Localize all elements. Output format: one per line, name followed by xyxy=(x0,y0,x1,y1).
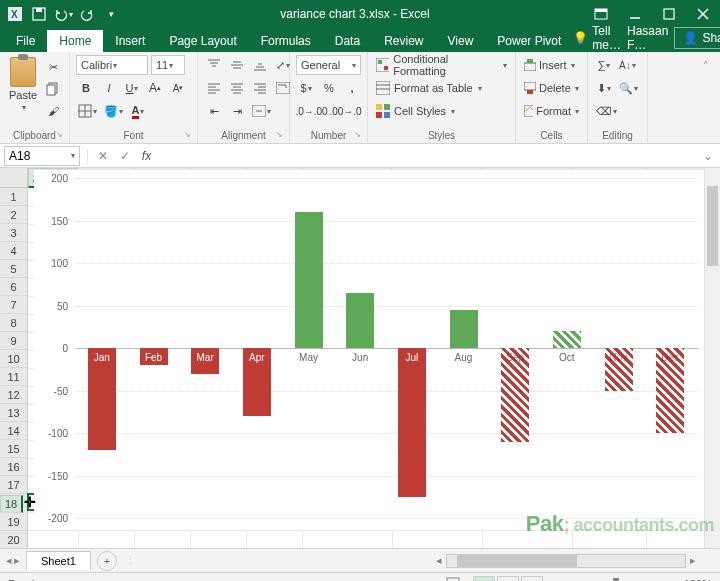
row-header[interactable]: 7 xyxy=(0,296,27,314)
row-header[interactable]: 20 xyxy=(0,531,27,548)
cut-button[interactable]: ✂ xyxy=(43,57,63,77)
align-left-button[interactable] xyxy=(204,78,224,98)
scroll-right-icon[interactable]: ▸ xyxy=(686,554,700,568)
share-button[interactable]: 👤Share xyxy=(674,27,720,49)
chart-bar[interactable] xyxy=(450,310,478,348)
horizontal-scrollbar[interactable] xyxy=(446,554,686,568)
number-format-select[interactable]: General▾ xyxy=(296,55,361,75)
qat-customize-icon[interactable]: ▾ xyxy=(100,3,122,25)
font-name-select[interactable]: Calibri▾ xyxy=(76,55,148,75)
select-all-corner[interactable] xyxy=(0,168,28,187)
chart-bar[interactable] xyxy=(398,348,426,497)
formula-input[interactable] xyxy=(158,146,701,166)
save-icon[interactable] xyxy=(28,3,50,25)
tab-page-layout[interactable]: Page Layout xyxy=(157,30,248,52)
collapse-ribbon-icon[interactable]: ˄ xyxy=(696,56,716,76)
normal-view-button[interactable]: ▦ xyxy=(473,576,495,582)
zoom-out-button[interactable]: − xyxy=(553,578,559,582)
excel-app-icon[interactable]: X xyxy=(4,3,26,25)
row-header[interactable]: 19 xyxy=(0,513,27,531)
page-break-view-button[interactable]: ▭ xyxy=(521,576,543,582)
row-header[interactable]: 11 xyxy=(0,368,27,386)
dialog-launcher-icon[interactable]: ↘ xyxy=(354,130,361,139)
find-select-button[interactable]: 🔍▾ xyxy=(617,78,640,98)
row-header[interactable]: 3 xyxy=(0,224,27,242)
chart-bar[interactable] xyxy=(346,293,374,348)
clear-button[interactable]: ⌫▾ xyxy=(594,101,619,121)
dialog-launcher-icon[interactable]: ↘ xyxy=(56,130,63,139)
comma-format-button[interactable]: , xyxy=(342,78,362,98)
chart-bar[interactable] xyxy=(88,348,116,450)
tab-review[interactable]: Review xyxy=(372,30,435,52)
row-header[interactable]: 16 xyxy=(0,458,27,476)
redo-icon[interactable] xyxy=(76,3,98,25)
row-header[interactable]: 2 xyxy=(0,206,27,224)
new-sheet-button[interactable]: + xyxy=(97,551,117,571)
row-header[interactable]: 18 xyxy=(0,495,23,513)
row-header[interactable]: 6 xyxy=(0,278,27,296)
row-header[interactable]: 10 xyxy=(0,350,27,368)
vertical-scrollbar[interactable] xyxy=(704,168,720,548)
account-name[interactable]: Hasaan F… xyxy=(627,24,668,52)
undo-icon[interactable]: ▾ xyxy=(52,3,74,25)
macro-record-icon[interactable] xyxy=(443,574,463,582)
name-box[interactable]: A18▾ xyxy=(4,146,80,166)
embedded-chart[interactable]: -200-150-100-50050100150200 JanFebMarApr… xyxy=(34,170,704,530)
increase-indent-button[interactable]: ⇥ xyxy=(227,101,247,121)
align-top-button[interactable] xyxy=(204,55,224,75)
percent-format-button[interactable]: % xyxy=(319,78,339,98)
zoom-level[interactable]: 100% xyxy=(684,578,712,582)
chart-bar[interactable] xyxy=(553,331,581,348)
accounting-format-button[interactable]: $▾ xyxy=(296,78,316,98)
underline-button[interactable]: U▾ xyxy=(122,78,142,98)
zoom-in-button[interactable]: + xyxy=(671,578,677,582)
conditional-formatting-button[interactable]: Conditional Formatting▾ xyxy=(374,55,509,75)
row-header[interactable]: 12 xyxy=(0,386,27,404)
chart-bar[interactable] xyxy=(295,212,323,348)
dialog-launcher-icon[interactable]: ↘ xyxy=(184,130,191,139)
row-header[interactable]: 14 xyxy=(0,422,27,440)
tab-insert[interactable]: Insert xyxy=(103,30,157,52)
tab-data[interactable]: Data xyxy=(323,30,372,52)
row-header[interactable]: 15 xyxy=(0,440,27,458)
row-header[interactable]: 8 xyxy=(0,314,27,332)
autosum-button[interactable]: ∑▾ xyxy=(594,55,614,75)
copy-button[interactable] xyxy=(43,79,63,99)
row-header[interactable]: 9 xyxy=(0,332,27,350)
fill-button[interactable]: ⬇▾ xyxy=(594,78,614,98)
sort-filter-button[interactable]: A↓▾ xyxy=(617,55,638,75)
tab-formulas[interactable]: Formulas xyxy=(249,30,323,52)
borders-button[interactable]: ▾ xyxy=(76,101,99,121)
increase-font-button[interactable]: A▴ xyxy=(145,78,165,98)
row-header[interactable]: 17 xyxy=(0,476,27,494)
align-right-button[interactable] xyxy=(250,78,270,98)
tab-power-pivot[interactable]: Power Pivot xyxy=(485,30,573,52)
expand-formula-bar-icon[interactable]: ⌄ xyxy=(700,146,720,166)
bold-button[interactable]: B xyxy=(76,78,96,98)
format-cells-button[interactable]: Format▾ xyxy=(522,101,581,121)
sheet-nav-prev-icon[interactable]: ◂ xyxy=(6,554,12,567)
decrease-indent-button[interactable]: ⇤ xyxy=(204,101,224,121)
font-size-select[interactable]: 11▾ xyxy=(151,55,185,75)
tell-me[interactable]: 💡Tell me… xyxy=(573,24,621,52)
sheet-nav-next-icon[interactable]: ▸ xyxy=(14,554,20,567)
cell-styles-button[interactable]: Cell Styles▾ xyxy=(374,101,457,121)
tab-view[interactable]: View xyxy=(436,30,486,52)
increase-decimal-button[interactable]: .0→.00 xyxy=(296,101,327,121)
row-header[interactable]: 4 xyxy=(0,242,27,260)
page-layout-view-button[interactable]: ▤ xyxy=(497,576,519,582)
align-center-button[interactable] xyxy=(227,78,247,98)
format-as-table-button[interactable]: Format as Table▾ xyxy=(374,78,484,98)
delete-cells-button[interactable]: Delete▾ xyxy=(522,78,581,98)
font-color-button[interactable]: A▾ xyxy=(128,101,148,121)
scroll-left-icon[interactable]: ◂ xyxy=(432,554,446,568)
merge-center-button[interactable]: ▾ xyxy=(250,101,273,121)
insert-cells-button[interactable]: Insert▾ xyxy=(522,55,577,75)
fill-color-button[interactable]: 🪣▾ xyxy=(102,101,125,121)
sheet-tab[interactable]: Sheet1 xyxy=(26,551,91,570)
row-header[interactable]: 1 xyxy=(0,188,27,206)
cancel-formula-icon[interactable]: ✕ xyxy=(92,149,114,163)
align-middle-button[interactable] xyxy=(227,55,247,75)
paste-button[interactable]: Paste ▾ xyxy=(6,55,40,113)
decrease-decimal-button[interactable]: .00→.0 xyxy=(330,101,361,121)
